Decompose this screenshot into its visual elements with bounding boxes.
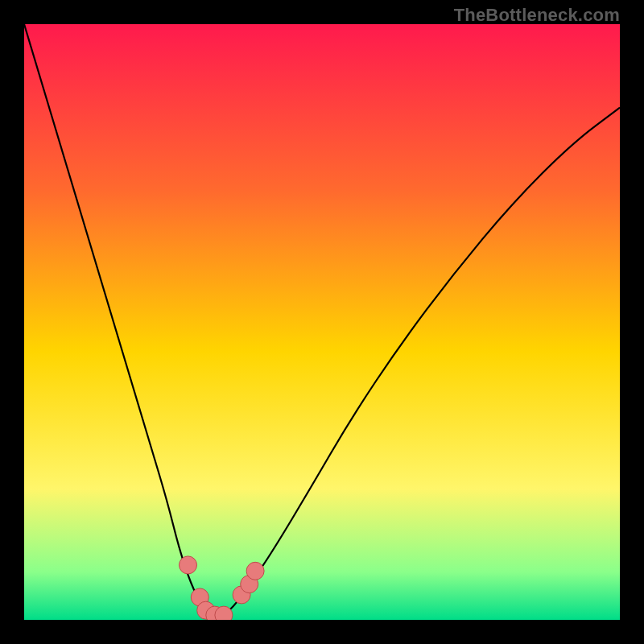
watermark-label: TheBottleneck.com [454, 5, 620, 26]
data-marker [180, 556, 197, 574]
chart-frame: TheBottleneck.com [0, 0, 644, 644]
gradient-background [24, 24, 620, 620]
plot-area [24, 24, 620, 620]
data-marker [215, 606, 233, 620]
data-marker [246, 562, 264, 580]
